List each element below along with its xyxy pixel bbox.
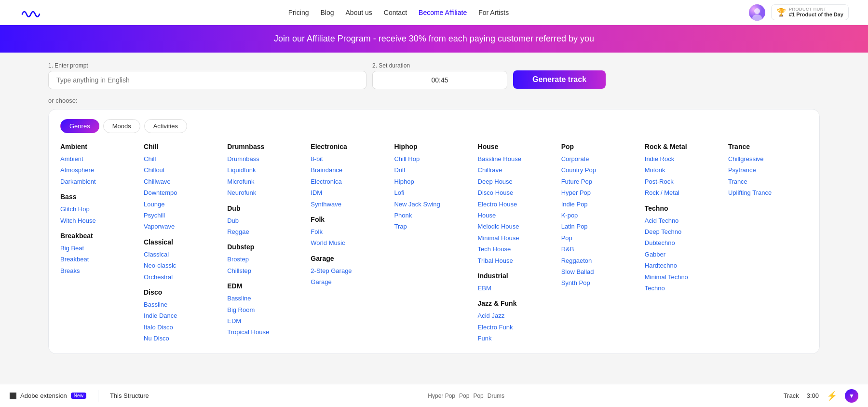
genre-item[interactable]: Slow Ballad: [561, 266, 641, 277]
genre-item[interactable]: Gabber: [645, 249, 724, 260]
genre-item[interactable]: House: [478, 210, 557, 221]
genre-item[interactable]: Neurofunk: [227, 187, 307, 198]
genre-item[interactable]: Rock / Metal: [645, 187, 724, 198]
genre-item[interactable]: Hiphop: [394, 176, 474, 187]
nav-about[interactable]: About us: [346, 9, 372, 16]
genre-item[interactable]: Lofi: [394, 187, 474, 198]
genre-item[interactable]: EDM: [227, 315, 307, 326]
genre-item[interactable]: Glitch Hop: [60, 204, 140, 215]
tab-moods[interactable]: Moods: [103, 119, 140, 133]
genre-item[interactable]: Chillrave: [478, 164, 557, 176]
genre-item[interactable]: Reggaeton: [561, 255, 641, 266]
genre-item[interactable]: Acid Techno: [645, 215, 724, 226]
genre-item[interactable]: Lounge: [144, 199, 223, 210]
genre-item[interactable]: Dubtechno: [645, 237, 724, 248]
genre-item[interactable]: K-pop: [561, 210, 641, 221]
genre-item[interactable]: Bassline House: [478, 153, 557, 164]
genre-item[interactable]: Minimal House: [478, 232, 557, 244]
genre-item[interactable]: Vaporwave: [144, 221, 223, 232]
genre-item[interactable]: Breaks: [60, 265, 140, 276]
genre-item[interactable]: Chillstep: [227, 265, 307, 276]
genre-item[interactable]: Synth Pop: [561, 277, 641, 288]
genre-item[interactable]: Breakbeat: [60, 254, 140, 265]
genre-item[interactable]: Future Pop: [561, 176, 641, 187]
prompt-input[interactable]: [48, 71, 366, 89]
genre-item[interactable]: 2-Step Garage: [311, 265, 390, 276]
genre-item[interactable]: Motorik: [645, 164, 724, 176]
genre-item[interactable]: Big Room: [227, 304, 307, 315]
genre-item[interactable]: Hardtechno: [645, 260, 724, 271]
genre-item[interactable]: Trap: [394, 221, 474, 232]
genre-item[interactable]: Chill Hop: [394, 153, 474, 164]
genre-item[interactable]: R&B: [561, 244, 641, 255]
genre-item[interactable]: Microfunk: [227, 176, 307, 187]
genre-item[interactable]: Synthwave: [311, 199, 390, 210]
genre-item[interactable]: Italo Disco: [144, 322, 223, 333]
genre-item[interactable]: Psychill: [144, 210, 223, 221]
genre-item[interactable]: Ambient: [60, 153, 140, 164]
nav-blog[interactable]: Blog: [321, 9, 334, 16]
genre-item[interactable]: Chill: [144, 153, 223, 164]
genre-item[interactable]: Phonk: [394, 210, 474, 221]
genre-item[interactable]: Post-Rock: [645, 176, 724, 187]
genre-item[interactable]: Nu Disco: [144, 333, 223, 344]
genre-item[interactable]: Tropical House: [227, 326, 307, 338]
genre-item[interactable]: Braindance: [311, 164, 390, 176]
genre-item[interactable]: Minimal Techno: [645, 271, 724, 283]
nav-contact[interactable]: Contact: [384, 9, 407, 16]
genre-item[interactable]: Atmosphere: [60, 164, 140, 176]
genre-item[interactable]: Acid Jazz: [478, 310, 557, 321]
genre-item[interactable]: Bassline: [144, 299, 223, 310]
genre-item[interactable]: Drill: [394, 164, 474, 176]
genre-item[interactable]: Country Pop: [561, 164, 641, 176]
tab-genres[interactable]: Genres: [60, 119, 99, 133]
genre-item[interactable]: Melodic House: [478, 221, 557, 232]
genre-item[interactable]: Trance: [728, 176, 808, 187]
genre-item[interactable]: Deep House: [478, 176, 557, 187]
genre-item[interactable]: Corporate: [561, 153, 641, 164]
genre-item[interactable]: IDM: [311, 187, 390, 198]
genre-item[interactable]: Chillgressive: [728, 153, 808, 164]
generate-button[interactable]: Generate track: [513, 70, 606, 89]
genre-item[interactable]: Big Beat: [60, 243, 140, 254]
genre-item[interactable]: Folk: [311, 226, 390, 237]
tab-activities[interactable]: Activities: [144, 119, 187, 133]
genre-item[interactable]: Bassline: [227, 293, 307, 304]
genre-item[interactable]: Orchestral: [144, 271, 223, 283]
genre-item[interactable]: Classical: [144, 249, 223, 260]
genre-item[interactable]: Chillwave: [144, 176, 223, 187]
genre-item[interactable]: Hyper Pop: [561, 187, 641, 198]
nav-pricing[interactable]: Pricing: [288, 9, 309, 16]
genre-item[interactable]: Brostep: [227, 254, 307, 265]
genre-item[interactable]: Garage: [311, 276, 390, 287]
genre-item[interactable]: Deep Techno: [645, 226, 724, 237]
genre-item[interactable]: Indie Pop: [561, 199, 641, 210]
nav-affiliate[interactable]: Become Affiliate: [419, 9, 467, 16]
genre-item[interactable]: EBM: [478, 283, 557, 294]
genre-item[interactable]: Funk: [478, 333, 557, 344]
genre-item[interactable]: Pop: [561, 232, 641, 244]
genre-item[interactable]: New Jack Swing: [394, 199, 474, 210]
genre-item[interactable]: Witch House: [60, 215, 140, 226]
genre-item[interactable]: Techno: [645, 283, 724, 294]
genre-item[interactable]: Uplifting Trance: [728, 187, 808, 198]
genre-item[interactable]: Tech House: [478, 244, 557, 255]
genre-item[interactable]: Chillout: [144, 164, 223, 176]
genre-item[interactable]: Disco House: [478, 187, 557, 198]
genre-item[interactable]: Latin Pop: [561, 221, 641, 232]
genre-item[interactable]: Dub: [227, 215, 307, 226]
logo[interactable]: [19, 5, 48, 20]
genre-item[interactable]: Drumnbass: [227, 153, 307, 164]
genre-item[interactable]: World Music: [311, 237, 390, 248]
genre-item[interactable]: Electro Funk: [478, 322, 557, 333]
nav-for-artists[interactable]: For Artists: [478, 9, 509, 16]
genre-item[interactable]: Darkambient: [60, 176, 140, 187]
genre-item[interactable]: Indie Dance: [144, 310, 223, 321]
affiliate-banner[interactable]: Join our Affiliate Program - receive 30%…: [0, 25, 868, 53]
genre-item[interactable]: Downtempo: [144, 187, 223, 198]
genre-item[interactable]: Neo-classic: [144, 260, 223, 271]
genre-item[interactable]: Indie Rock: [645, 153, 724, 164]
genre-item[interactable]: 8-bit: [311, 153, 390, 164]
genre-item[interactable]: Electronica: [311, 176, 390, 187]
genre-item[interactable]: Reggae: [227, 226, 307, 237]
